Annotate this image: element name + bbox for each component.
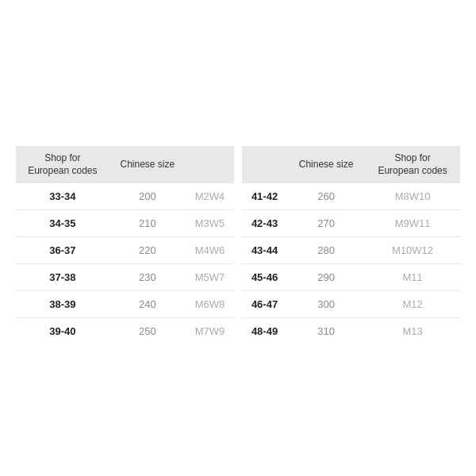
left-header-code (186, 146, 234, 183)
tables-wrapper: Shop forEuropean codes Chinese size 33-3… (16, 146, 460, 344)
cn-size: 230 (109, 264, 186, 291)
right-table-header-row: Chinese size Shop forEuropean codes (242, 146, 460, 183)
table-row: 41-42 260 M8W10 (242, 183, 460, 210)
table-row: 48-49 310 M13 (242, 318, 460, 345)
table-row: 37-38 230 M5W7 (16, 264, 234, 291)
eu-size: 38-39 (16, 291, 109, 318)
table-row: 34-35 210 M3W5 (16, 210, 234, 237)
left-table: Shop forEuropean codes Chinese size 33-3… (16, 146, 234, 344)
cn-size: 240 (109, 291, 186, 318)
eu-size: 34-35 (16, 210, 109, 237)
cn-size: 280 (287, 237, 365, 264)
eu-size: 43-44 (242, 237, 287, 264)
cn-size: 300 (287, 291, 365, 318)
eu-size: 45-46 (242, 264, 287, 291)
size-guide-container: Shop forEuropean codes Chinese size 33-3… (16, 132, 460, 344)
cn-size: 250 (109, 318, 186, 345)
size-code: M10W12 (365, 237, 460, 264)
table-row: 39-40 250 M7W9 (16, 318, 234, 345)
cn-size: 210 (109, 210, 186, 237)
left-header-eu: Shop forEuropean codes (16, 146, 109, 183)
cn-size: 220 (109, 237, 186, 264)
size-code: M6W8 (186, 291, 234, 318)
cn-size: 270 (287, 210, 365, 237)
cn-size: 260 (287, 183, 365, 210)
right-table: Chinese size Shop forEuropean codes 41-4… (242, 146, 460, 344)
size-code: M2W4 (186, 183, 234, 210)
left-table-header-row: Shop forEuropean codes Chinese size (16, 146, 234, 183)
eu-size: 41-42 (242, 183, 287, 210)
size-code: M9W11 (365, 210, 460, 237)
cn-size: 200 (109, 183, 186, 210)
size-code: M11 (365, 264, 460, 291)
eu-size: 46-47 (242, 291, 287, 318)
size-code: M7W9 (186, 318, 234, 345)
table-row: 36-37 220 M4W6 (16, 237, 234, 264)
eu-size: 36-37 (16, 237, 109, 264)
cn-size: 310 (287, 318, 365, 345)
table-row: 45-46 290 M11 (242, 264, 460, 291)
table-row: 42-43 270 M9W11 (242, 210, 460, 237)
table-row: 33-34 200 M2W4 (16, 183, 234, 210)
size-code: M12 (365, 291, 460, 318)
size-code: M3W5 (186, 210, 234, 237)
size-code: M8W10 (365, 183, 460, 210)
cn-size: 290 (287, 264, 365, 291)
eu-size: 37-38 (16, 264, 109, 291)
table-row: 46-47 300 M12 (242, 291, 460, 318)
table-row: 43-44 280 M10W12 (242, 237, 460, 264)
right-header-cn: Chinese size (287, 146, 365, 183)
table-row: 38-39 240 M6W8 (16, 291, 234, 318)
eu-size: 33-34 (16, 183, 109, 210)
size-code: M4W6 (186, 237, 234, 264)
eu-size: 42-43 (242, 210, 287, 237)
right-header-eu (242, 146, 287, 183)
eu-size: 39-40 (16, 318, 109, 345)
right-header-code: Shop forEuropean codes (365, 146, 460, 183)
size-code: M13 (365, 318, 460, 345)
left-header-cn: Chinese size (109, 146, 186, 183)
size-code: M5W7 (186, 264, 234, 291)
eu-size: 48-49 (242, 318, 287, 345)
